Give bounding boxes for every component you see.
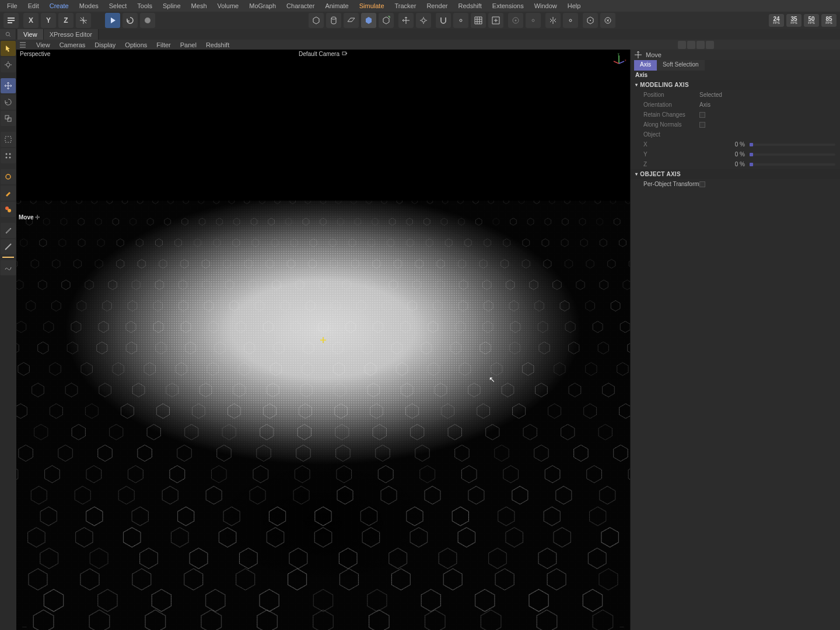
menu-file[interactable]: File <box>2 1 22 10</box>
checkbox[interactable] <box>699 181 705 187</box>
menu-tracker[interactable]: Tracker <box>390 1 421 10</box>
fps-85-button[interactable]: 85FPS <box>821 14 836 27</box>
settings-tool-icon[interactable] <box>1 57 16 72</box>
viewport-status-right <box>620 626 624 628</box>
snap-settings-icon[interactable] <box>453 13 468 28</box>
menu-simulate[interactable]: Simulate <box>355 1 389 10</box>
grid-snap-icon[interactable] <box>488 13 503 28</box>
vp-menu-cameras[interactable]: Cameras <box>55 41 90 49</box>
menu-edit[interactable]: Edit <box>23 1 44 10</box>
grid-icon[interactable] <box>471 13 486 28</box>
vp-nav-icon[interactable] <box>687 41 695 49</box>
selection-rect-icon[interactable] <box>1 148 16 163</box>
tab-view[interactable]: View <box>18 29 44 40</box>
menu-animate[interactable]: Animate <box>320 1 353 10</box>
menu-character[interactable]: Character <box>282 1 319 10</box>
cursor-tool-icon[interactable] <box>1 41 16 56</box>
menu-tools[interactable]: Tools <box>132 1 157 10</box>
attr-value[interactable]: Axis <box>699 102 710 108</box>
history-icon[interactable] <box>4 13 19 28</box>
attr-tab-axis[interactable]: Axis <box>634 60 657 71</box>
menu-extensions[interactable]: Extensions <box>488 1 528 10</box>
vp-menu-redshift[interactable]: Redshift <box>201 41 234 49</box>
slider[interactable] <box>750 153 835 156</box>
left-tool-strip <box>0 40 16 275</box>
vp-nav-icon[interactable] <box>696 41 705 49</box>
hamburger-icon[interactable] <box>18 41 28 48</box>
menu-select[interactable]: Select <box>104 1 132 10</box>
attr-tab-soft-selection[interactable]: Soft Selection <box>657 60 705 71</box>
fps-35-button[interactable]: 35FPS <box>786 14 802 27</box>
chevron-down-icon: ▾ <box>635 82 638 88</box>
camera-label[interactable]: Default Camera <box>299 51 348 57</box>
editor-tabbar: ViewXPresso Editor <box>0 29 840 40</box>
target-icon[interactable] <box>508 13 523 28</box>
render-view-icon[interactable] <box>583 13 598 28</box>
viewport[interactable]: Perspective Default Camera yx Move ✛ ↖ <box>16 50 630 630</box>
transform-icon[interactable] <box>398 13 414 28</box>
menu-spline[interactable]: Spline <box>158 1 186 10</box>
primitive-plane-icon[interactable] <box>344 13 359 28</box>
scale-tool-icon[interactable] <box>1 111 16 126</box>
menu-redshift[interactable]: Redshift <box>453 1 486 10</box>
vp-nav-icon[interactable] <box>706 41 714 49</box>
brush-tool-icon[interactable] <box>1 169 16 184</box>
symmetry-settings-icon[interactable] <box>563 13 578 28</box>
vp-nav-icon[interactable] <box>678 41 686 49</box>
fps-50-button[interactable]: 50FPS <box>804 14 819 27</box>
vp-menu-display[interactable]: Display <box>90 41 120 49</box>
tab-xpresso-editor[interactable]: XPresso Editor <box>44 29 99 40</box>
menu-mesh[interactable]: Mesh <box>187 1 212 10</box>
move-tool-icon[interactable] <box>1 78 16 93</box>
fps-24-button[interactable]: 24FPS <box>769 14 784 27</box>
axis-y-button[interactable]: Y <box>41 13 56 28</box>
rotate-tool-icon[interactable] <box>1 94 16 110</box>
render-settings-icon[interactable] <box>600 13 615 28</box>
axis-gizmo[interactable]: yx <box>611 52 626 67</box>
vp-menu-filter[interactable]: Filter <box>152 41 175 49</box>
slider[interactable] <box>750 163 835 166</box>
search-icon[interactable] <box>0 29 16 40</box>
primitive-cube-icon[interactable] <box>309 13 324 28</box>
snap-magnet-icon[interactable] <box>436 13 451 28</box>
primitive-poly-icon[interactable] <box>361 13 376 28</box>
menu-modes[interactable]: Modes <box>75 1 103 10</box>
menu-window[interactable]: Window <box>530 1 562 10</box>
svg-text:x: x <box>625 58 626 62</box>
play-button[interactable] <box>105 13 120 28</box>
slider[interactable] <box>750 144 835 146</box>
vp-menu-options[interactable]: Options <box>120 41 152 49</box>
transform-settings-icon[interactable] <box>416 13 431 28</box>
record-button[interactable] <box>140 13 155 28</box>
section-header-object-axis[interactable]: ▾OBJECT AXIS <box>631 169 840 179</box>
axis-z-button[interactable]: Z <box>58 13 74 28</box>
reset-button[interactable] <box>123 13 138 28</box>
knife-tool-icon[interactable] <box>1 239 16 254</box>
menu-render[interactable]: Render <box>422 1 452 10</box>
menu-volume[interactable]: Volume <box>213 1 244 10</box>
menu-help[interactable]: Help <box>563 1 586 10</box>
primitive-cylinder-icon[interactable] <box>326 13 341 28</box>
pen-tool-icon[interactable] <box>1 223 16 238</box>
attr-value[interactable]: 0 % <box>717 151 745 158</box>
material-tool-icon[interactable] <box>1 202 16 217</box>
attr-value[interactable]: 0 % <box>717 161 745 167</box>
vp-menu-view[interactable]: View <box>32 41 55 49</box>
axis-x-button[interactable]: X <box>23 13 38 28</box>
spline-tool-icon[interactable] <box>1 260 16 275</box>
attr-row-z: Z0 % <box>631 159 840 169</box>
section-header-modeling-axis[interactable]: ▾MODELING AXIS <box>631 80 840 90</box>
symmetry-icon[interactable] <box>545 13 561 28</box>
checkbox[interactable] <box>699 122 705 128</box>
target-settings-icon[interactable] <box>526 13 541 28</box>
menu-mograph[interactable]: MoGraph <box>244 1 281 10</box>
checkbox[interactable] <box>699 112 705 118</box>
paint-tool-icon[interactable] <box>1 186 16 201</box>
attr-value[interactable]: Selected <box>699 92 722 98</box>
vp-menu-panel[interactable]: Panel <box>176 41 201 49</box>
menu-create[interactable]: Create <box>45 1 74 10</box>
axis-world-button[interactable] <box>76 13 91 28</box>
primitive-add-icon[interactable] <box>379 13 394 28</box>
attr-value[interactable]: 0 % <box>717 141 745 148</box>
selection-live-icon[interactable] <box>1 132 16 147</box>
